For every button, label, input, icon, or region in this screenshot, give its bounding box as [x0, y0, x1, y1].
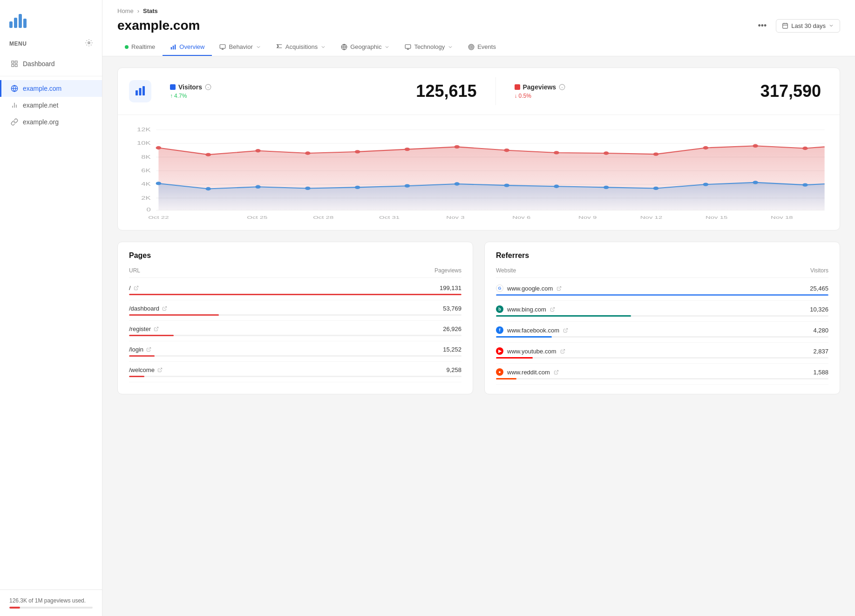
tab-acquisitions[interactable]: Acquisitions: [269, 39, 333, 56]
visitors-info-icon: [205, 84, 211, 90]
tab-technology-label: Technology: [414, 43, 445, 50]
referrer-count: 2,837: [813, 348, 828, 355]
page-count: 53,769: [443, 305, 461, 312]
logo-bar-4: [23, 19, 27, 28]
svg-text:12K: 12K: [137, 127, 151, 132]
table-row: /register 26,926: [129, 321, 461, 341]
usage-bar-fill: [9, 607, 20, 609]
chart-svg: 12K 10K 8K 6K 4K 2K 0: [129, 122, 828, 225]
svg-rect-3: [15, 64, 17, 67]
stats-chart-icon: [135, 86, 146, 97]
logo-icon: [9, 11, 93, 28]
page-bar-fill: [129, 335, 174, 336]
stats-header: Visitors ↑ 4.7% 125,615: [118, 68, 840, 115]
target-icon: [468, 44, 475, 50]
svg-point-66: [156, 182, 162, 185]
main-content: Home › Stats example.com ••• Last 30 day…: [102, 0, 855, 616]
ext-link-icon: [554, 370, 559, 375]
settings-icon[interactable]: [85, 39, 93, 48]
tab-realtime[interactable]: Realtime: [117, 39, 163, 56]
table-row: f www.facebook.com 4,280: [496, 322, 828, 343]
page-url[interactable]: /dashboard: [129, 305, 167, 312]
main-content-body: Visitors ↑ 4.7% 125,615: [102, 56, 855, 616]
svg-point-73: [504, 183, 509, 187]
geographic-chevron-icon: [384, 44, 390, 50]
svg-point-67: [205, 187, 211, 190]
link-icon: [11, 118, 18, 126]
pageviews-down-arrow: ↓: [515, 93, 517, 99]
tab-events[interactable]: Events: [461, 39, 503, 56]
svg-point-28: [471, 46, 472, 47]
referrer-url[interactable]: f www.facebook.com: [496, 326, 568, 334]
referrer-bar-fill: [496, 315, 631, 317]
ref-icon: b: [496, 305, 503, 313]
svg-text:0: 0: [146, 207, 151, 212]
breadcrumb-separator: ›: [137, 7, 139, 14]
header-actions: ••• Last 30 days: [756, 19, 840, 33]
page-title: example.com: [117, 18, 200, 33]
sidebar-item-example-org[interactable]: example.org: [0, 114, 102, 130]
referrer-url[interactable]: G www.google.com: [496, 284, 562, 292]
svg-point-69: [305, 187, 311, 190]
tab-geographic[interactable]: Geographic: [333, 39, 397, 56]
page-url[interactable]: /welcome: [129, 366, 163, 373]
stats-icon-box: [129, 80, 151, 102]
tab-acquisitions-label: Acquisitions: [285, 43, 318, 50]
monitor2-icon: [405, 44, 411, 50]
tab-technology[interactable]: Technology: [397, 39, 461, 56]
ref-icon: ●: [496, 368, 503, 376]
referrers-title: Referrers: [496, 251, 828, 260]
svg-line-99: [556, 370, 558, 372]
date-range-button[interactable]: Last 30 days: [776, 19, 840, 33]
visitors-info: Visitors ↑ 4.7%: [170, 83, 416, 99]
referrer-url[interactable]: ● www.reddit.com: [496, 368, 559, 376]
pageviews-metric: Pageviews ↓ 0.5% 317,590: [507, 81, 829, 101]
svg-rect-23: [406, 44, 411, 48]
ref-icon: G: [496, 284, 503, 292]
pageviews-info-icon: [559, 84, 565, 90]
page-url[interactable]: /register: [129, 325, 159, 332]
pageviews-change: ↓ 0.5%: [515, 93, 760, 99]
usage-bar-track: [9, 607, 93, 609]
stats-card: Visitors ↑ 4.7% 125,615: [117, 68, 840, 230]
page-count: 9,258: [446, 366, 461, 373]
svg-rect-17: [220, 44, 226, 48]
tab-behavior[interactable]: Behavior: [212, 39, 268, 56]
sidebar-nav: Dashboard example.com example.net exampl…: [0, 52, 102, 589]
ext-link-icon: [560, 349, 565, 354]
sidebar-item-example-com[interactable]: example.com: [0, 80, 102, 97]
svg-point-79: [802, 183, 808, 186]
referrer-url[interactable]: b www.bing.com: [496, 305, 555, 313]
dashboard-label: Dashboard: [23, 60, 55, 68]
logo-area: [0, 0, 102, 35]
pageviews-change-value: 0.5%: [519, 93, 531, 99]
svg-point-64: [753, 144, 758, 148]
pages-title: Pages: [129, 251, 461, 260]
svg-rect-1: [12, 61, 14, 63]
ref-icon: ▶: [496, 347, 503, 355]
page-bar-fill: [129, 294, 461, 295]
globe2-icon: [341, 44, 347, 50]
referrer-url[interactable]: ▶ www.youtube.com: [496, 347, 565, 355]
page-url[interactable]: /: [129, 284, 139, 291]
split-icon: [276, 44, 283, 50]
svg-line-93: [149, 347, 151, 350]
ext-link-icon: [556, 286, 562, 291]
page-bar-track: [129, 376, 461, 377]
svg-rect-29: [136, 90, 138, 95]
sidebar-item-example-net[interactable]: example.net: [0, 97, 102, 114]
page-url[interactable]: /login: [129, 346, 151, 353]
page-bar-track: [129, 294, 461, 295]
breadcrumb: Home › Stats: [117, 7, 840, 14]
tab-realtime-label: Realtime: [131, 43, 155, 50]
more-options-button[interactable]: •••: [756, 19, 768, 33]
breadcrumb-home[interactable]: Home: [117, 7, 134, 14]
page-bar-track: [129, 335, 461, 336]
table-row: /dashboard 53,769: [129, 300, 461, 321]
ext-link-icon: [134, 285, 139, 291]
referrers-col-website: Website: [496, 267, 516, 274]
sidebar-item-dashboard[interactable]: Dashboard: [0, 55, 102, 72]
tab-overview[interactable]: Overview: [163, 39, 212, 56]
table-row: / 199,131: [129, 280, 461, 300]
ext-link-icon: [563, 328, 568, 333]
